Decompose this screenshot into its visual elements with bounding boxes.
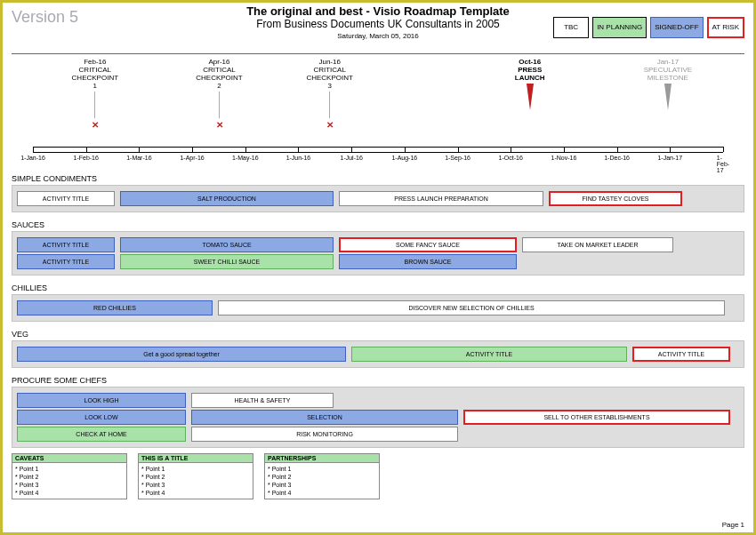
header: Version 5 The original and best - Visio …: [3, 3, 753, 27]
activity-row: RED CHILLIESDISCOVER NEW SELECTION OF CH…: [17, 300, 739, 315]
tick-label: 1-Apr-16: [180, 155, 204, 161]
section-body: Get a good spread togetherACTIVITY TITLE…: [12, 340, 744, 368]
legend-at-risk: AT RISK: [707, 17, 744, 38]
milestone: Jan-17SPECULATIVEMILESTONE: [632, 58, 704, 110]
activity-bar[interactable]: SELECTION: [191, 410, 458, 425]
activity-bar[interactable]: SALT PRODUCTION: [120, 191, 334, 206]
footer-box-title: CAVEATS: [12, 454, 126, 463]
activity-bar[interactable]: ACTIVITY TITLE: [351, 347, 627, 362]
section-title: VEG: [12, 327, 744, 340]
tick-label: 1-May-16: [232, 155, 259, 161]
section-title: SIMPLE CONDIMENTS: [12, 172, 744, 185]
activity-row: Get a good spread togetherACTIVITY TITLE…: [17, 347, 739, 362]
sections: SIMPLE CONDIMENTSACTIVITY TITLESALT PROD…: [3, 172, 753, 448]
footer-boxes: CAVEATS* Point 1* Point 2* Point 3* Poin…: [12, 453, 744, 499]
activity-bar[interactable]: ACTIVITY TITLE: [17, 254, 115, 269]
activity-bar[interactable]: TAKE ON MARKET LEADER: [522, 237, 673, 252]
tick-label: 1-Feb-16: [73, 155, 98, 161]
timeline-axis: 1-Jan-161-Feb-161-Mar-161-Apr-161-May-16…: [33, 147, 723, 166]
header-divider: [12, 53, 744, 54]
tick-label: 1-Jun-16: [286, 155, 311, 161]
milestone: Jun-16CRITICALCHECKPOINT3✕: [294, 58, 366, 130]
section-title: CHILLIES: [12, 281, 744, 294]
activity-bar[interactable]: SOME FANCY SAUCE: [339, 237, 517, 252]
activity-bar[interactable]: LOOK HIGH: [17, 393, 186, 408]
activity-row: LOOK HIGHHEALTH & SAFETY: [17, 393, 739, 408]
tick-label: 1-Sep-16: [445, 155, 470, 161]
tick-label: 1-Oct-16: [499, 155, 523, 161]
section-chefs: PROCURE SOME CHEFSLOOK HIGHHEALTH & SAFE…: [12, 373, 744, 448]
page-number: Page 1: [722, 521, 744, 529]
milestone: Feb-16CRITICALCHECKPOINT1✕: [60, 58, 131, 130]
section-veg: VEGGet a good spread togetherACTIVITY TI…: [12, 327, 744, 368]
activity-bar[interactable]: CHECK AT HOME: [17, 427, 186, 442]
tick-label: 1-Jan-16: [20, 155, 45, 161]
activity-row: CHECK AT HOMERISK MONITORING: [17, 427, 739, 442]
legend-tbc: TBC: [553, 17, 589, 38]
activity-bar[interactable]: ACTIVITY TITLE: [632, 347, 730, 362]
activity-bar[interactable]: PRESS LAUNCH PREPARATION: [339, 191, 543, 206]
section-body: RED CHILLIESDISCOVER NEW SELECTION OF CH…: [12, 294, 744, 322]
milestone: Oct-16PRESSLAUNCH: [495, 58, 566, 110]
tick-label: 1-Dec-16: [604, 155, 630, 161]
activity-bar[interactable]: SELL TO OTHER ESTABLISHMENTS: [463, 410, 730, 425]
footer-box: THIS IS A TITLE* Point 1* Point 2* Point…: [138, 453, 253, 499]
activity-bar[interactable]: ACTIVITY TITLE: [17, 191, 115, 206]
activity-bar[interactable]: RED CHILLIES: [17, 300, 213, 315]
activity-row: ACTIVITY TITLESWEET CHILLI SAUCEBROWN SA…: [17, 254, 739, 269]
activity-row: ACTIVITY TITLETOMATO SAUCESOME FANCY SAU…: [17, 237, 739, 252]
legend-signed-off: SIGNED-OFF: [650, 17, 703, 38]
section-title: PROCURE SOME CHEFS: [12, 373, 744, 387]
milestone: Apr-16CRITICALCHECKPOINT2✕: [184, 58, 255, 130]
axis-line: [33, 147, 723, 148]
legend: TBC IN PLANNING SIGNED-OFF AT RISK: [553, 17, 744, 38]
tick-label: 1-Nov-16: [551, 155, 577, 161]
tick-label: 1-Jan-17: [657, 155, 682, 161]
legend-in-planning: IN PLANNING: [592, 17, 647, 38]
section-chillies: CHILLIESRED CHILLIESDISCOVER NEW SELECTI…: [12, 281, 744, 322]
activity-bar[interactable]: ACTIVITY TITLE: [17, 237, 115, 252]
activity-bar[interactable]: LOOK LOW: [17, 410, 186, 425]
activity-bar[interactable]: FIND TASTEY CLOVES: [549, 191, 682, 206]
roadmap-page: Version 5 The original and best - Visio …: [0, 0, 756, 535]
activity-bar[interactable]: DISCOVER NEW SELECTION OF CHILLIES: [218, 300, 725, 315]
tick-label: 1-Aug-16: [391, 155, 417, 161]
activity-bar[interactable]: RISK MONITORING: [191, 427, 458, 442]
section-sauces: SAUCESACTIVITY TITLETOMATO SAUCESOME FAN…: [12, 218, 744, 275]
section-body: ACTIVITY TITLESALT PRODUCTIONPRESS LAUNC…: [12, 185, 744, 212]
section-simple: SIMPLE CONDIMENTSACTIVITY TITLESALT PROD…: [12, 172, 744, 212]
milestones-strip: Feb-16CRITICALCHECKPOINT1✕Apr-16CRITICAL…: [33, 58, 723, 147]
activity-bar[interactable]: BROWN SAUCE: [339, 254, 517, 269]
page-title: The original and best - Visio Roadmap Te…: [3, 4, 753, 18]
footer-box-title: PARTNERSHIPS: [265, 454, 379, 463]
section-body: ACTIVITY TITLETOMATO SAUCESOME FANCY SAU…: [12, 231, 744, 275]
activity-row: ACTIVITY TITLESALT PRODUCTIONPRESS LAUNC…: [17, 191, 739, 206]
footer-box: PARTNERSHIPS* Point 1* Point 2* Point 3*…: [264, 453, 380, 499]
activity-bar[interactable]: SWEET CHILLI SAUCE: [120, 254, 334, 269]
section-title: SAUCES: [12, 218, 744, 231]
activity-row: LOOK LOWSELECTIONSELL TO OTHER ESTABLISH…: [17, 410, 739, 425]
tick-label: 1-Feb-17: [717, 155, 729, 173]
footer-box: CAVEATS* Point 1* Point 2* Point 3* Poin…: [12, 453, 127, 499]
tick-label: 1-Mar-16: [126, 155, 151, 161]
footer-box-title: THIS IS A TITLE: [139, 454, 253, 463]
activity-bar[interactable]: TOMATO SAUCE: [120, 237, 334, 252]
activity-bar[interactable]: Get a good spread together: [17, 347, 346, 362]
tick-label: 1-Jul-16: [340, 155, 362, 161]
section-body: LOOK HIGHHEALTH & SAFETYLOOK LOWSELECTIO…: [12, 387, 744, 448]
activity-bar[interactable]: HEALTH & SAFETY: [191, 393, 334, 408]
